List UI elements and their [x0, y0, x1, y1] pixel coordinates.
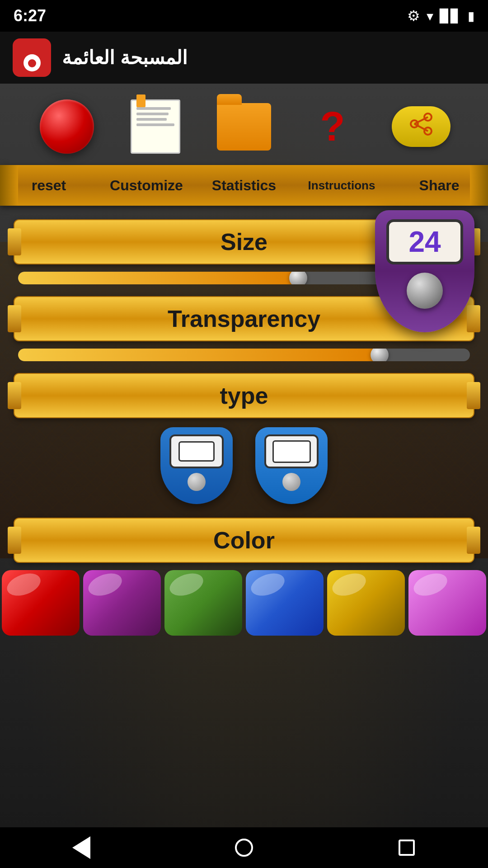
- notepad-line-1: [136, 107, 171, 110]
- type-screen-inner-2: [272, 440, 311, 463]
- counter-overlay: 24: [375, 210, 474, 332]
- status-time: 6:27: [14, 6, 46, 25]
- type-btn-1: [188, 473, 206, 491]
- home-icon: [235, 839, 253, 857]
- tab-share[interactable]: Share: [390, 173, 488, 198]
- color-swatches-row: [0, 570, 488, 636]
- question-mark-icon: ?: [320, 106, 345, 147]
- transparency-slider-container[interactable]: [14, 341, 474, 368]
- color-label-banner: Color: [14, 518, 474, 563]
- app-logo: [13, 38, 51, 77]
- counter-click-button[interactable]: [407, 273, 443, 309]
- bottom-nav: [0, 827, 488, 868]
- counter-value: 24: [408, 225, 441, 259]
- notepad-line-2: [136, 113, 169, 115]
- recent-button[interactable]: [391, 832, 422, 863]
- signal-icon: ▉▊: [440, 9, 461, 24]
- transparency-slider-fill: [18, 349, 380, 361]
- type-label-text: type: [220, 382, 268, 409]
- swatch-green[interactable]: [164, 570, 242, 636]
- color-label-text: Color: [213, 527, 275, 554]
- type-btn-2: [282, 473, 300, 491]
- counter-screen: 24: [386, 219, 463, 264]
- status-bar: 6:27 ⚙ ▾ ▉▊ ▮: [0, 0, 488, 32]
- share-button[interactable]: [392, 97, 450, 156]
- red-button[interactable]: [38, 97, 96, 156]
- app-header: المسبحة العائمة: [0, 32, 488, 84]
- swatch-yellow[interactable]: [327, 570, 405, 636]
- back-icon: [72, 836, 90, 859]
- swatch-red[interactable]: [2, 570, 80, 636]
- notepad-button[interactable]: [126, 97, 185, 156]
- counter-device[interactable]: 24: [375, 210, 474, 332]
- home-button[interactable]: [228, 832, 260, 863]
- folder-icon: [217, 103, 271, 151]
- notepad-line-3: [136, 118, 167, 121]
- transparency-slider-thumb[interactable]: [371, 349, 389, 361]
- share-oval-icon: [392, 106, 450, 147]
- type-icon-2[interactable]: [255, 427, 328, 504]
- folder-button[interactable]: [215, 97, 273, 156]
- tab-instructions[interactable]: Instructions: [293, 174, 390, 197]
- type-screen-2: [264, 434, 319, 468]
- transparency-label-text: Transparency: [168, 305, 320, 332]
- notepad-line-4: [136, 123, 174, 126]
- type-screen-inner-1: [178, 441, 215, 462]
- color-section: Color: [0, 518, 488, 563]
- red-circle-icon: [40, 99, 94, 154]
- app-title: المسبحة العائمة: [62, 47, 188, 69]
- swatch-purple[interactable]: [83, 570, 161, 636]
- type-section: type: [0, 373, 488, 518]
- battery-icon: ▮: [468, 9, 474, 24]
- type-screen-1: [169, 434, 224, 468]
- main-content: ? reset Customize Statistics Instruction: [0, 84, 488, 827]
- top-icons-row: ?: [0, 84, 488, 165]
- type-label-banner: type: [14, 373, 474, 418]
- recent-icon: [399, 840, 415, 856]
- wifi-icon: ▾: [427, 8, 433, 24]
- type-icon-1[interactable]: [160, 427, 233, 504]
- share-symbol-icon: [409, 112, 434, 142]
- swatch-blue[interactable]: [246, 570, 324, 636]
- nav-tabs: reset Customize Statistics Instructions …: [0, 165, 488, 206]
- settings-icon[interactable]: ⚙: [407, 7, 420, 24]
- swatch-pink[interactable]: [408, 570, 486, 636]
- transparency-slider-track[interactable]: [18, 349, 470, 361]
- type-icons-row: [14, 418, 474, 518]
- back-button[interactable]: [66, 832, 97, 863]
- notepad-icon: [131, 99, 180, 154]
- size-label-text: Size: [221, 228, 267, 255]
- size-slider-thumb[interactable]: [289, 272, 307, 284]
- tab-customize[interactable]: Customize: [98, 173, 195, 198]
- tab-statistics[interactable]: Statistics: [195, 173, 293, 198]
- tab-reset[interactable]: reset: [0, 173, 98, 198]
- size-slider-fill: [18, 272, 298, 284]
- status-icons: ⚙ ▾ ▉▊ ▮: [407, 7, 474, 24]
- help-button[interactable]: ?: [303, 97, 362, 156]
